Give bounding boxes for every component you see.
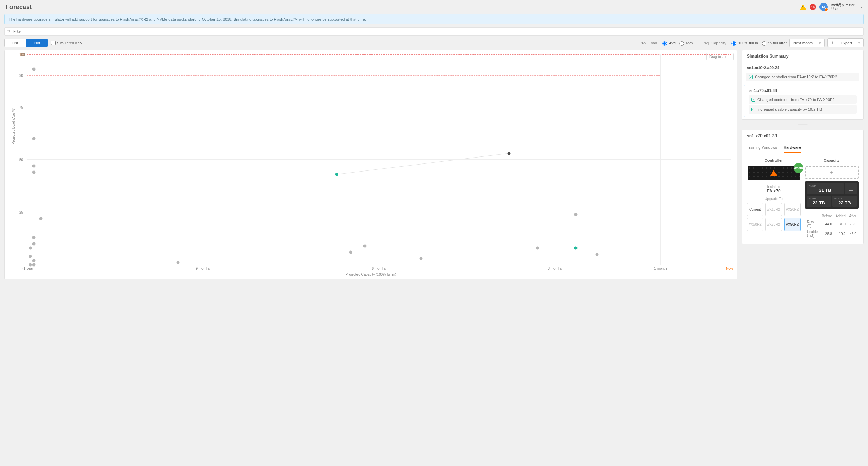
scatter-point[interactable] xyxy=(177,261,180,264)
user-email: matt@purestor... xyxy=(831,3,857,7)
controller-title: Controller xyxy=(765,158,783,162)
x-tick: 9 months xyxy=(196,267,210,270)
upgrade-option[interactable]: //X50R2 xyxy=(747,218,763,231)
scatter-point[interactable] xyxy=(32,165,36,168)
scatter-point[interactable] xyxy=(335,173,338,176)
plus-icon: ＋ xyxy=(847,188,855,192)
simulation-array-name: sn1-m10r2-a09-24 xyxy=(746,64,859,71)
x-tick: 1 month xyxy=(654,267,667,270)
error-icon: 16 xyxy=(810,4,816,10)
scatter-point[interactable] xyxy=(29,255,32,258)
simulation-array-block[interactable]: sn1-x70-c01-33✓Changed controller from F… xyxy=(744,85,861,117)
upgrade-option[interactable]: Current xyxy=(747,203,763,216)
simulation-summary-title: Simulation Summary xyxy=(742,50,863,62)
y-tick: 25 xyxy=(19,210,23,214)
proj-capacity-label: Proj. Capacity xyxy=(703,41,726,45)
upgrade-option[interactable]: //X10R2 xyxy=(765,203,782,216)
capacity-table: BeforeAddedAfter Raw (T)44.031.075.0Usab… xyxy=(805,213,859,239)
simulation-array-block[interactable]: sn1-m10r2-a09-24✓Changed controller from… xyxy=(742,62,863,85)
export-dropdown[interactable]: ⇪Export▾ xyxy=(827,38,864,47)
scatter-point[interactable] xyxy=(39,217,43,220)
capacity-stack: NVMe 31 TB ＋ NVMe 22 TB NVMe xyxy=(805,181,859,209)
upgrade-option[interactable]: //X20R2 xyxy=(784,203,801,216)
scatter-point[interactable] xyxy=(507,152,510,155)
simulation-change: ✓Changed controller from FA-m10r2 to FA-… xyxy=(746,73,859,81)
y-tick: 90 xyxy=(19,74,23,78)
controller-image: //X90R2 xyxy=(748,166,800,180)
y-axis-label: Projected Load (Avg %) xyxy=(12,108,15,144)
simulation-change: ✓Increased usable capacity by 19.2 TiB xyxy=(749,105,857,114)
page-title: Forecast xyxy=(6,3,32,11)
warning-icon: 82 xyxy=(800,4,806,10)
tab-training-windows[interactable]: Training Windows xyxy=(747,142,777,153)
scatter-point[interactable] xyxy=(32,171,36,174)
capacity-column: Capacity ＋ NVMe 31 TB ＋ NVMe xyxy=(805,158,859,239)
now-label: Now xyxy=(726,267,733,270)
scatter-point[interactable] xyxy=(574,246,578,249)
capacity-title: Capacity xyxy=(824,158,840,162)
filter-input[interactable] xyxy=(13,29,861,34)
y-tick: 50 xyxy=(19,158,23,162)
y-tick: 100 xyxy=(19,53,25,57)
scatter-point[interactable] xyxy=(363,244,366,247)
alerts-warning-badge[interactable]: 82 xyxy=(800,4,806,10)
scatter-point[interactable] xyxy=(32,236,36,239)
scatter-point[interactable] xyxy=(32,259,36,262)
export-icon: ⇪ xyxy=(831,41,834,45)
proj-cap-fullafter-radio[interactable]: % full after xyxy=(760,40,787,46)
add-capacity-button[interactable]: ＋ xyxy=(805,166,859,179)
resize-handle[interactable] xyxy=(742,123,864,126)
scatter-point[interactable] xyxy=(349,250,352,254)
scatter-point[interactable] xyxy=(32,68,36,71)
scatter-point[interactable] xyxy=(419,257,422,260)
scatter-point[interactable] xyxy=(32,137,36,140)
capacity-card[interactable]: NVMe 22 TB xyxy=(807,196,831,207)
upgrade-option[interactable]: //X90R2 xyxy=(784,218,801,231)
scatter-point[interactable] xyxy=(29,246,32,249)
chevron-down-icon[interactable]: ▾ xyxy=(861,5,862,9)
table-row: Raw (T)44.031.075.0 xyxy=(806,219,858,228)
change-icon: ✓ xyxy=(751,98,755,102)
table-row: Usable (TiB)26.819.246.0 xyxy=(806,229,858,238)
user-menu[interactable]: matt@purestor... User xyxy=(831,3,857,11)
avatar[interactable]: M xyxy=(819,3,828,11)
proj-load-avg-radio[interactable]: Avg xyxy=(661,40,676,46)
alerts-error-badge[interactable]: 16 xyxy=(810,4,816,10)
proj-cap-fullin-radio[interactable]: 100% full in xyxy=(730,40,758,46)
array-detail-title: sn1-x70-c01-33 xyxy=(742,130,863,142)
proj-load-max-radio[interactable]: Max xyxy=(678,40,693,46)
chevron-down-icon: ▾ xyxy=(858,41,860,45)
view-list-button[interactable]: List xyxy=(5,39,26,47)
filter-bar[interactable]: ⧩ xyxy=(4,27,864,36)
simulated-only-checkbox[interactable]: Simulated only xyxy=(51,41,82,45)
time-range-dropdown[interactable]: Next month▾ xyxy=(789,39,825,47)
proj-load-label: Proj. Load xyxy=(640,41,657,45)
x-axis-label: Projected Capacity (100% full in) xyxy=(9,272,732,276)
scatter-point[interactable] xyxy=(32,242,36,245)
scatter-point[interactable] xyxy=(29,263,32,267)
filter-icon: ⧩ xyxy=(7,29,10,34)
scatter-point[interactable] xyxy=(595,253,598,256)
upgrade-option[interactable]: //X70R2 xyxy=(765,218,782,231)
x-tick: 3 months xyxy=(547,267,562,270)
scatter-plot[interactable]: 100 25507590100> 1 year9 months6 months3… xyxy=(27,54,731,265)
simulation-summary-panel: Simulation Summary sn1-m10r2-a09-24✓Chan… xyxy=(742,50,864,120)
array-detail-panel: sn1-x70-c01-33 Training Windows Hardware… xyxy=(742,130,864,244)
simulation-change: ✓Changed controller from FA-x70 to FA-X9… xyxy=(749,95,857,104)
forecast-chart-card: Drag to zoom Projected Load (Avg %) 100 … xyxy=(4,50,737,279)
view-plot-button[interactable]: Plot xyxy=(26,39,48,47)
plus-icon: ＋ xyxy=(829,168,835,176)
upgrade-to-label: Upgrade To xyxy=(765,197,783,201)
scatter-point[interactable] xyxy=(32,263,36,267)
scatter-point[interactable] xyxy=(536,246,539,249)
capacity-card[interactable]: NVMe 31 TB xyxy=(807,183,844,194)
change-icon: ✓ xyxy=(751,108,755,111)
add-nvme-button[interactable]: ＋ xyxy=(845,183,857,194)
pure-logo-icon xyxy=(770,170,777,176)
capacity-card[interactable]: NVMe 22 TB xyxy=(832,196,857,207)
change-icon: ✓ xyxy=(749,75,753,79)
scatter-point[interactable] xyxy=(574,213,578,216)
user-role: User xyxy=(831,7,857,11)
tab-hardware[interactable]: Hardware xyxy=(784,142,801,153)
info-banner: The hardware upgrade simulator will add … xyxy=(4,14,864,24)
